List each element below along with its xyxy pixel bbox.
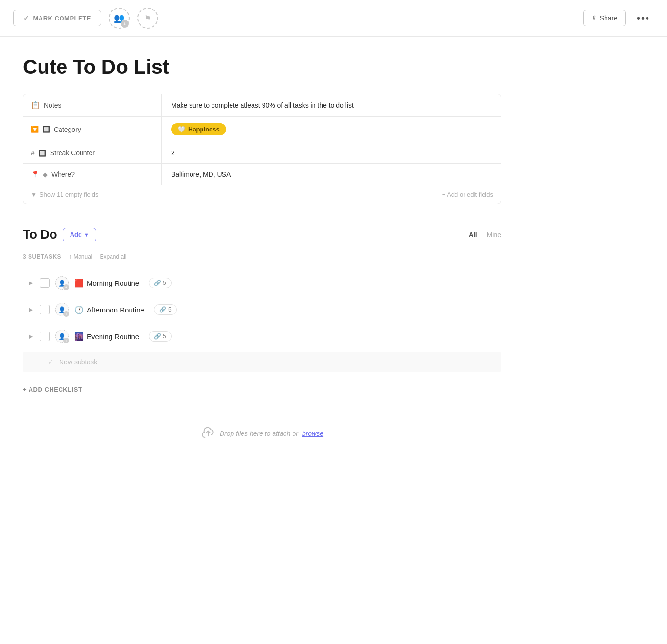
more-options-button[interactable]: ••• bbox=[633, 11, 654, 26]
more-icon: ••• bbox=[637, 13, 650, 23]
expand-all-button[interactable]: Expand all bbox=[100, 253, 126, 260]
assignee-plus-afternoon: + bbox=[63, 311, 69, 317]
subtask-badge-morning: 🔗 5 bbox=[149, 278, 172, 288]
subtask-checkbox-morning[interactable] bbox=[40, 278, 50, 288]
show-empty-label-text: Show 11 empty fields bbox=[40, 191, 99, 198]
filter-mine-button[interactable]: Mine bbox=[487, 231, 501, 239]
show-empty-fields-button[interactable]: ▼ Show 11 empty fields bbox=[31, 191, 98, 198]
evening-emoji: 🌆 bbox=[74, 332, 84, 341]
toolbar: ✓ MARK COMPLETE 👥 + ⚑ ⇪ Share ••• bbox=[0, 0, 667, 37]
grid-icon: 🔲 bbox=[42, 126, 50, 133]
todo-header: To Do Add ▼ All Mine bbox=[23, 227, 501, 242]
subtasks-count-label: 3 SUBTASKS bbox=[23, 253, 61, 260]
afternoon-emoji: 🕐 bbox=[74, 305, 84, 314]
category-tag: 🤍 Happiness bbox=[171, 123, 226, 135]
filter-all-button[interactable]: All bbox=[469, 231, 477, 239]
category-tag-emoji: 🤍 bbox=[178, 126, 185, 133]
page-title: Cute To Do List bbox=[23, 56, 501, 79]
subtask-assignee-evening[interactable]: 👤 + bbox=[55, 330, 69, 343]
subtask-item-evening[interactable]: ▶ 👤 + 🌆 Evening Routine 🔗 5 bbox=[23, 323, 501, 350]
add-button[interactable]: Add ▼ bbox=[63, 228, 96, 242]
subtask-assignee-morning[interactable]: 👤 + bbox=[55, 276, 69, 290]
notes-icon: 📋 bbox=[31, 101, 40, 110]
subtask-name-afternoon: 🕐 Afternoon Routine bbox=[74, 305, 144, 314]
check-icon: ✓ bbox=[23, 14, 30, 22]
where-label-text: Where? bbox=[51, 171, 75, 178]
subtask-badge-count-morning: 5 bbox=[163, 280, 166, 286]
category-label-text: Category bbox=[54, 126, 81, 133]
subtask-assignee-afternoon[interactable]: 👤 + bbox=[55, 303, 69, 316]
morning-emoji: 🟥 bbox=[74, 279, 84, 288]
streak-field-value[interactable]: 2 bbox=[162, 142, 501, 163]
share-button[interactable]: ⇪ Share bbox=[583, 10, 626, 26]
notes-value-text: Make sure to complete atleast 90% of all… bbox=[171, 101, 354, 109]
upload-icon bbox=[201, 426, 216, 441]
subtasks-header: 3 SUBTASKS ↑ Manual Expand all bbox=[23, 253, 501, 260]
where-field-row: 📍 ◆ Where? Baltimore, MD, USA bbox=[23, 164, 501, 185]
sort-manual-button[interactable]: ↑ Manual bbox=[69, 253, 92, 260]
subtask-badge-icon-evening: 🔗 bbox=[154, 333, 161, 340]
subtask-chevron-afternoon[interactable]: ▶ bbox=[27, 306, 34, 313]
add-edit-fields-button[interactable]: + Add or edit fields bbox=[442, 191, 493, 198]
streak-field-row: # 🔲 Streak Counter 2 bbox=[23, 142, 501, 164]
subtask-badge-count-evening: 5 bbox=[163, 333, 166, 340]
flag-button[interactable]: ⚑ bbox=[137, 8, 158, 29]
add-chevron-icon: ▼ bbox=[84, 232, 89, 238]
afternoon-routine-label: Afternoon Routine bbox=[87, 306, 144, 314]
main-content: Cute To Do List 📋 Notes Make sure to com… bbox=[0, 37, 524, 470]
category-field-row: 🔽 🔲 Category 🤍 Happiness bbox=[23, 117, 501, 142]
morning-routine-label: Morning Routine bbox=[87, 279, 139, 287]
new-subtask-placeholder: New subtask bbox=[59, 358, 97, 366]
mark-complete-button[interactable]: ✓ MARK COMPLETE bbox=[13, 10, 101, 26]
subtask-badge-evening: 🔗 5 bbox=[149, 331, 172, 342]
sort-label: Manual bbox=[73, 253, 92, 260]
assignee-plus-evening: + bbox=[63, 338, 69, 343]
chevron-down-icon: ▼ bbox=[31, 191, 37, 198]
subtask-name-morning: 🟥 Morning Routine bbox=[74, 279, 139, 288]
share-icon: ⇪ bbox=[591, 14, 597, 22]
diamond-icon: ◆ bbox=[43, 171, 48, 178]
flag-icon: ⚑ bbox=[144, 14, 151, 23]
add-checklist-button[interactable]: + ADD CHECKLIST bbox=[23, 382, 82, 397]
notes-field-row: 📋 Notes Make sure to complete atleast 90… bbox=[23, 94, 501, 117]
location-icon: 📍 bbox=[31, 171, 39, 178]
category-field-value[interactable]: 🤍 Happiness bbox=[162, 117, 501, 142]
streak-field-label: # 🔲 Streak Counter bbox=[23, 142, 162, 163]
todo-section: To Do Add ▼ All Mine 3 SUBTASKS ↑ Manual… bbox=[23, 227, 501, 397]
subtask-list: ▶ 👤 + 🟥 Morning Routine 🔗 5 ▶ bbox=[23, 270, 501, 350]
subtask-badge-icon-morning: 🔗 bbox=[154, 280, 161, 286]
category-tag-text: Happiness bbox=[188, 126, 220, 133]
browse-link[interactable]: browse bbox=[302, 430, 323, 437]
subtask-badge-afternoon: 🔗 5 bbox=[154, 304, 177, 315]
add-checklist-label: + ADD CHECKLIST bbox=[23, 386, 82, 393]
dropdown-icon: 🔽 bbox=[31, 126, 39, 133]
sort-icon: ↑ bbox=[69, 253, 71, 260]
mark-complete-label: MARK COMPLETE bbox=[33, 15, 91, 22]
subtask-checkbox-evening[interactable] bbox=[40, 332, 50, 341]
fields-table: 📋 Notes Make sure to complete atleast 90… bbox=[23, 94, 501, 204]
expand-all-label: Expand all bbox=[100, 253, 126, 260]
subtask-chevron-evening[interactable]: ▶ bbox=[27, 332, 34, 340]
where-value-text: Baltimore, MD, USA bbox=[171, 171, 231, 178]
todo-filters: All Mine bbox=[469, 231, 501, 239]
notes-field-value[interactable]: Make sure to complete atleast 90% of all… bbox=[162, 94, 501, 116]
subtask-item-afternoon[interactable]: ▶ 👤 + 🕐 Afternoon Routine 🔗 5 bbox=[23, 296, 501, 323]
show-empty-row: ▼ Show 11 empty fields + Add or edit fie… bbox=[23, 185, 501, 204]
subtask-badge-icon-afternoon: 🔗 bbox=[159, 306, 166, 313]
assign-user-button[interactable]: 👥 + bbox=[109, 8, 130, 29]
plus-badge-icon: + bbox=[121, 20, 129, 28]
subtask-checkbox-afternoon[interactable] bbox=[40, 305, 50, 314]
dropzone-text: Drop files here to attach or bbox=[220, 430, 298, 437]
new-subtask-check-icon: ✓ bbox=[48, 358, 53, 366]
new-subtask-row[interactable]: ✓ New subtask bbox=[23, 352, 501, 372]
subtask-item-morning[interactable]: ▶ 👤 + 🟥 Morning Routine 🔗 5 bbox=[23, 270, 501, 296]
add-edit-fields-text: + Add or edit fields bbox=[442, 191, 493, 198]
subtask-chevron-morning[interactable]: ▶ bbox=[27, 279, 34, 287]
category-field-label: 🔽 🔲 Category bbox=[23, 117, 162, 142]
notes-label-text: Notes bbox=[44, 101, 61, 109]
subtask-badge-count-afternoon: 5 bbox=[168, 306, 172, 313]
where-field-value[interactable]: Baltimore, MD, USA bbox=[162, 164, 501, 185]
streak-grid-icon: 🔲 bbox=[39, 150, 46, 157]
hash-icon: # bbox=[31, 149, 35, 157]
evening-routine-label: Evening Routine bbox=[87, 332, 139, 341]
